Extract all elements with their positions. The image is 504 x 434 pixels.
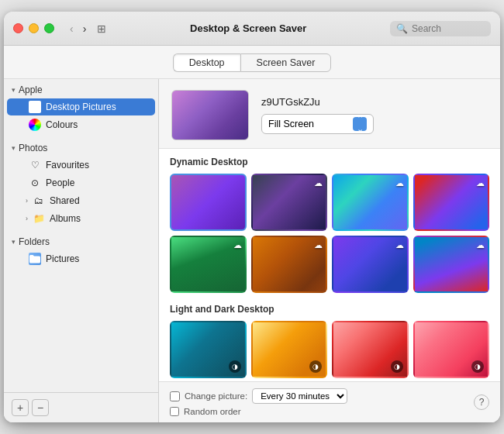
wallpaper-item[interactable]: ☁ [413,236,490,293]
change-picture-row: Change picture: Every 30 minutes [170,388,347,404]
sidebar-section-photos: ▾ Photos ♡ Favourites ⊙ People › 🗂 Share… [4,137,158,231]
wallpaper-item[interactable]: ☁ [251,236,328,293]
fill-screen-select[interactable]: Fill Screen ⌃⌄ [261,114,374,134]
sidebar: ▾ Apple Desktop Pictures Colours ▾ [4,79,159,422]
random-order-checkbox[interactable] [170,407,179,416]
preview-thumbnail [171,90,249,140]
folder-icon [29,101,41,113]
tabbar: Desktop Screen Saver [4,46,500,79]
light-dark-label: Light and Dark Desktop [170,304,489,315]
search-box[interactable]: 🔍 [390,21,491,36]
chevron-down-icon: ▾ [12,144,16,152]
maximize-button[interactable] [44,23,54,33]
toggle-icon: ◑ [471,360,484,373]
sidebar-item-colours[interactable]: Colours [7,116,155,133]
back-button[interactable]: ‹ [67,21,77,36]
add-source-button[interactable]: + [12,399,29,416]
wallpaper-item[interactable]: ☁ [332,236,409,293]
cloud-icon: ☁ [233,240,242,250]
wallpaper-item[interactable]: ◑ [170,321,247,378]
preview-info: z9UTGskZJu Fill Screen ⌃⌄ [261,96,374,134]
cloud-icon: ☁ [314,240,323,250]
cloud-icon: ☁ [476,240,485,250]
wallpaper-item[interactable]: ☁ [251,174,328,231]
main-area: ▾ Apple Desktop Pictures Colours ▾ [4,79,500,422]
nav-buttons: ‹ › [67,21,89,36]
remove-source-button[interactable]: − [32,399,49,416]
wallpaper-item[interactable]: ◑ [251,321,328,378]
search-input[interactable] [412,23,485,34]
toggle-icon: ◑ [309,360,322,373]
sidebar-section-apple: ▾ Apple Desktop Pictures Colours [4,79,158,137]
grid-icon: ⊞ [97,22,106,35]
search-icon: 🔍 [396,23,408,34]
wallpaper-item[interactable]: ☁ [413,174,490,231]
minimize-button[interactable] [29,23,39,33]
preview-area: z9UTGskZJu Fill Screen ⌃⌄ [159,79,500,149]
wallpaper-scroll-area[interactable]: Dynamic Desktop ☁ ☁ ☁ ☁ [159,149,500,381]
change-picture-checkbox[interactable] [170,391,180,401]
bottom-bar: Change picture: Every 30 minutes Random … [159,381,500,422]
heart-icon: ♡ [29,159,41,171]
sidebar-item-favourites[interactable]: ♡ Favourites [7,157,155,174]
dynamic-desktop-grid: ☁ ☁ ☁ ☁ ☁ ☁ [170,174,489,293]
cloud-icon: ☁ [476,178,485,188]
dynamic-desktop-label: Dynamic Desktop [170,157,489,167]
sidebar-footer: + − [4,392,158,422]
pictures-folder-icon [29,253,41,265]
chevron-right-icon: › [26,197,28,205]
interval-select[interactable]: Every 30 minutes [252,388,347,404]
chevron-right-icon: › [26,215,28,222]
cloud-icon: ☁ [314,178,323,188]
colors-icon [29,119,41,131]
titlebar: ‹ › ⊞ Desktop & Screen Saver 🔍 [4,12,500,46]
sidebar-item-desktop-pictures[interactable]: Desktop Pictures [7,98,155,115]
sidebar-group-folders[interactable]: ▾ Folders [4,234,158,250]
wallpaper-item[interactable]: ◑ [332,321,409,378]
wallpaper-item[interactable]: ☁ [332,174,409,231]
random-order-row: Random order [170,407,347,416]
light-dark-grid: ◑ ◑ ◑ ◑ [170,321,489,378]
cloud-icon: ☁ [395,240,404,250]
toggle-icon: ◑ [391,360,403,373]
traffic-lights [13,23,54,33]
forward-button[interactable]: › [80,21,90,36]
select-chevron-icon: ⌃⌄ [353,117,367,131]
close-button[interactable] [13,23,23,33]
shared-icon: 🗂 [33,195,45,207]
bottom-options: Change picture: Every 30 minutes Random … [170,388,347,416]
albums-icon: 📁 [33,212,45,225]
sidebar-item-albums[interactable]: › 📁 Albums [7,210,155,227]
random-order-label: Random order [184,407,241,416]
wallpaper-item[interactable]: ◑ [413,321,490,378]
wallpaper-name: z9UTGskZJu [261,96,374,108]
sidebar-group-apple[interactable]: ▾ Apple [4,82,158,98]
chevron-down-icon: ▾ [12,86,16,94]
sidebar-group-photos[interactable]: ▾ Photos [4,140,158,156]
tab-screensaver[interactable]: Screen Saver [240,53,332,72]
sidebar-item-shared[interactable]: › 🗂 Shared [7,192,155,209]
cloud-icon: ☁ [395,178,404,188]
sidebar-section-folders: ▾ Folders Pictures [4,231,158,271]
wallpaper-item[interactable] [170,174,247,231]
tab-desktop[interactable]: Desktop [173,53,240,72]
window-title: Desktop & Screen Saver [106,22,390,34]
help-button[interactable]: ? [474,394,489,410]
toggle-icon: ◑ [229,360,241,373]
content-area: z9UTGskZJu Fill Screen ⌃⌄ Dynamic Deskto… [159,79,500,422]
sidebar-item-pictures[interactable]: Pictures [7,250,155,267]
change-picture-label: Change picture: [185,391,247,401]
main-window: ‹ › ⊞ Desktop & Screen Saver 🔍 Desktop S… [4,12,500,422]
sidebar-item-people[interactable]: ⊙ People [7,174,155,191]
wallpaper-item[interactable]: ☁ [170,236,247,293]
people-icon: ⊙ [29,177,41,189]
chevron-down-icon: ▾ [12,238,16,246]
